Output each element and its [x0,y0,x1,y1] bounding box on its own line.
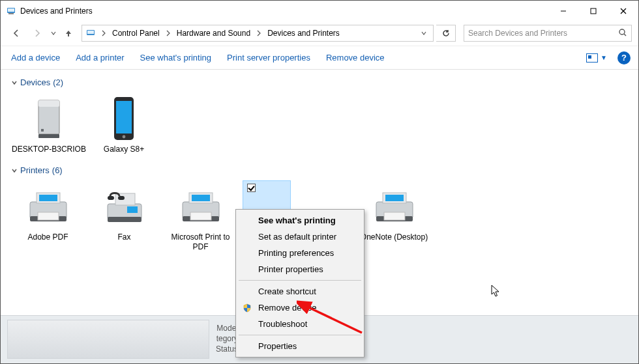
group-title: Printers [20,165,50,175]
cm-preferences[interactable]: Printing preferences [237,245,363,261]
printer-item[interactable]: OneNote (Desktop) [356,180,432,255]
chevron-down-icon [10,79,19,86]
printer-icon [370,183,419,231]
printer-item[interactable]: Adobe PDF [10,180,86,255]
svg-rect-12 [38,100,59,107]
nav-bar: Control Panel Hardware and Sound Devices… [1,21,638,46]
breadcrumb-item[interactable]: Devices and Printers [263,25,344,41]
remove-device-link[interactable]: Remove device [318,49,393,66]
svg-rect-38 [384,212,405,220]
title-bar: Devices and Printers [1,1,638,21]
printer-item[interactable]: Microsoft Print to PDF [162,180,239,255]
cm-troubleshoot[interactable]: Troubleshoot [237,316,363,332]
cm-see-printing[interactable]: See what's printing [237,212,363,229]
search-input[interactable]: Search Devices and Printers [464,25,632,42]
chevron-right-icon[interactable] [99,30,108,36]
close-button[interactable] [608,1,638,21]
svg-rect-8 [87,31,94,34]
forward-button[interactable] [28,24,46,42]
printer-label: OneNote (Desktop) [361,232,428,242]
printer-icon [24,183,72,231]
printer-item[interactable]: Fax [86,180,162,255]
svg-rect-26 [108,196,114,200]
chevron-right-icon[interactable] [254,30,263,36]
cm-set-default[interactable]: Set as default printer [237,229,363,245]
device-label: DESKTOP-B3CRIOB [12,145,86,154]
cm-printer-properties[interactable]: Printer properties [237,261,363,277]
svg-rect-13 [41,129,44,132]
group-header-devices[interactable]: Devices (2) [10,77,629,87]
svg-rect-33 [190,212,211,220]
address-icon [85,28,97,38]
cm-create-shortcut[interactable]: Create shortcut [237,283,363,300]
group-count: (2) [53,77,63,87]
context-menu: See what's printing Set as default print… [235,209,364,357]
svg-line-10 [624,34,626,36]
svg-rect-16 [116,101,132,133]
view-icon [586,53,598,63]
chevron-down-icon [10,167,19,174]
address-dropdown[interactable] [417,30,430,36]
menu-separator [239,280,361,281]
svg-rect-36 [385,195,404,201]
svg-rect-31 [192,195,210,201]
add-printer-link[interactable]: Add a printer [68,49,132,66]
cm-properties[interactable]: Properties [237,338,363,354]
printer-icon [177,183,225,231]
printer-label: Microsoft Print to PDF [164,232,237,251]
up-button[interactable] [61,29,76,38]
group-header-printers[interactable]: Printers (6) [10,165,629,175]
breadcrumb-item[interactable]: Control Panel [108,25,164,41]
address-bar[interactable]: Control Panel Hardware and Sound Devices… [82,25,434,42]
svg-rect-1 [8,8,14,12]
menu-separator [239,335,361,335]
command-bar: Add a device Add a printer See what's pr… [1,46,638,70]
group-title: Devices [20,77,50,87]
window-icon [6,6,16,16]
window-title: Devices and Printers [20,7,548,16]
search-icon [618,28,627,39]
group-count: (6) [52,165,63,175]
svg-rect-4 [591,8,596,14]
refresh-button[interactable] [436,25,456,42]
svg-rect-22 [38,212,59,220]
svg-rect-20 [39,195,57,201]
chevron-right-icon[interactable] [164,30,173,36]
fax-icon [100,183,149,231]
add-device-link[interactable]: Add a device [3,49,68,66]
desktop-pc-icon [25,95,73,143]
svg-point-9 [619,29,625,35]
svg-rect-14 [38,134,59,138]
svg-rect-2 [8,13,14,14]
window-controls [548,1,638,21]
minimize-button[interactable] [548,1,578,21]
maximize-button[interactable] [578,1,608,21]
see-printing-link[interactable]: See what's printing [132,49,219,66]
details-thumbnail [7,320,209,359]
history-dropdown[interactable] [49,31,58,36]
printer-label: Adobe PDF [27,232,68,242]
breadcrumb-item[interactable]: Hardware and Sound [173,25,254,41]
selection-checkbox[interactable] [247,184,256,192]
search-placeholder: Search Devices and Printers [468,29,567,38]
svg-point-17 [123,135,126,139]
cm-remove-device[interactable]: Remove device [237,300,363,316]
help-button[interactable]: ? [617,51,631,64]
chevron-down-icon: ▼ [601,54,607,61]
svg-rect-27 [118,196,125,200]
device-label: Galaxy S8+ [104,145,144,154]
svg-rect-28 [127,206,138,213]
view-mode-control[interactable]: ▼ [581,53,612,63]
svg-rect-24 [108,217,141,222]
device-item[interactable]: Galaxy S8+ [88,92,160,158]
device-item[interactable]: DESKTOP-B3CRIOB [10,92,88,158]
shield-icon [243,303,252,313]
print-server-props-link[interactable]: Print server properties [219,49,318,66]
printer-label: Fax [117,232,130,242]
devices-row: DESKTOP-B3CRIOB Galaxy S8+ [10,92,629,158]
phone-icon [100,95,148,143]
back-button[interactable] [7,24,25,42]
cm-label: Remove device [258,303,317,313]
